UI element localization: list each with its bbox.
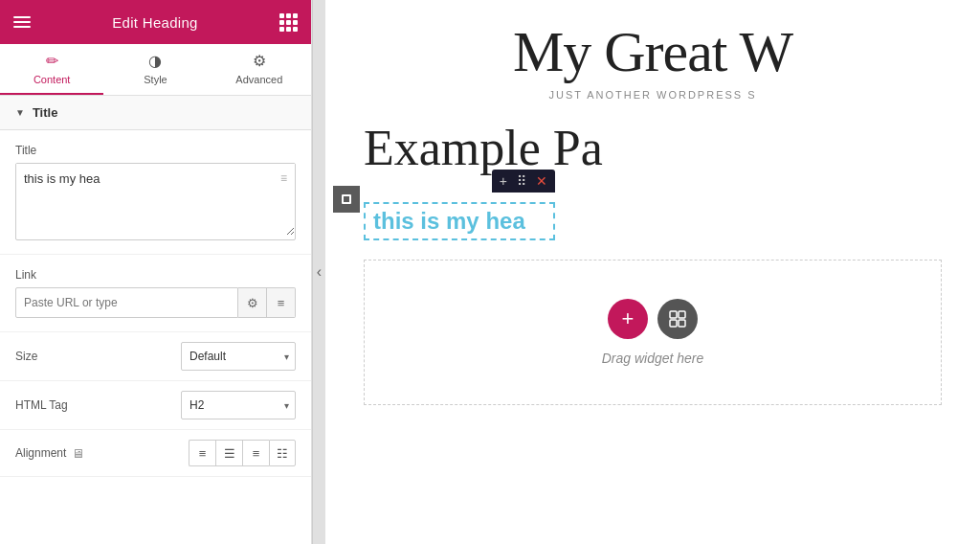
align-justify-button[interactable]: ☷ (269, 440, 296, 466)
size-select[interactable]: Default Small Medium Large XL XXL (181, 342, 296, 371)
tab-advanced[interactable]: ⚙ Advanced (208, 44, 311, 95)
drop-zone-label: Drag widget here (602, 351, 704, 366)
svg-rect-0 (670, 311, 677, 318)
align-right-button[interactable]: ≡ (242, 440, 269, 466)
page-preview: My Great W JUST ANOTHER WORDPRESS S Exam… (325, 0, 980, 544)
heading-widget[interactable]: + ⠿ ✕ this is my hea (364, 202, 555, 240)
advanced-tab-label: Advanced (235, 74, 282, 85)
panel-content: ▼ Title Title this is my hea ≡ Link ⚙ ≡ … (0, 96, 311, 544)
link-settings-button[interactable]: ⚙ (238, 287, 267, 318)
title-textarea-wrapper: this is my hea ≡ (15, 163, 296, 240)
align-center-button[interactable]: ☰ (215, 440, 242, 466)
html-tag-field-row: HTML Tag H1 H2 H3 H4 H5 H6 div span p ▾ (0, 381, 311, 430)
panel-header: Edit Heading (0, 0, 311, 44)
content-tab-icon: ✏ (46, 52, 58, 70)
widget-handle-icon (342, 194, 351, 204)
html-tag-select[interactable]: H1 H2 H3 H4 H5 H6 div span p (181, 391, 296, 419)
tab-style[interactable]: ◑ Style (103, 44, 207, 95)
html-tag-label: HTML Tag (15, 398, 181, 412)
drop-zone: + Drag widget here (364, 260, 942, 405)
responsive-monitor-icon: 🖥 (72, 446, 84, 461)
size-field-row: Size Default Small Medium Large XL XXL ▾ (0, 332, 311, 381)
html-tag-select-wrapper: H1 H2 H3 H4 H5 H6 div span p ▾ (181, 391, 296, 419)
align-left-button[interactable]: ≡ (189, 440, 215, 466)
section-collapse-arrow: ▼ (15, 107, 25, 118)
link-field-label: Link (15, 268, 296, 282)
svg-rect-1 (679, 311, 685, 318)
link-row: ⚙ ≡ (15, 287, 296, 318)
link-input[interactable] (15, 287, 238, 318)
alignment-label-text: Alignment (15, 446, 66, 460)
alignment-buttons: ≡ ☰ ≡ ☷ (189, 440, 296, 466)
heading-widget-text: this is my hea (373, 208, 525, 234)
title-field-group: Title this is my hea ≡ (0, 130, 311, 255)
site-subtitle: JUST ANOTHER WORDPRESS S (364, 89, 942, 101)
widget-handle[interactable] (333, 186, 360, 213)
apps-grid-icon[interactable] (279, 13, 298, 32)
editor-panel: Edit Heading ✏ Content ◑ Style ⚙ Advance… (0, 0, 312, 544)
page-title: Example Pa (364, 120, 942, 176)
dynamic-tag-icon[interactable]: ≡ (280, 171, 287, 185)
alignment-label: Alignment 🖥 (15, 446, 189, 461)
size-select-wrapper: Default Small Medium Large XL XXL ▾ (181, 342, 296, 371)
content-tab-label: Content (33, 74, 71, 85)
svg-rect-2 (670, 320, 677, 327)
site-header: My Great W JUST ANOTHER WORDPRESS S (325, 0, 980, 110)
hamburger-menu-icon[interactable] (13, 16, 31, 28)
link-field-group: Link ⚙ ≡ (0, 255, 311, 332)
widget-add-button[interactable]: + (500, 173, 507, 189)
drop-zone-actions: + (608, 299, 698, 339)
link-dynamic-button[interactable]: ≡ (267, 287, 296, 318)
panel-title: Edit Heading (112, 14, 198, 31)
tab-content[interactable]: ✏ Content (0, 44, 103, 95)
advanced-tab-icon: ⚙ (253, 52, 266, 70)
page-content-area: Example Pa + ⠿ ✕ this is my hea + (325, 110, 980, 434)
widget-library-button[interactable] (657, 299, 698, 339)
title-textarea[interactable]: this is my hea (16, 164, 295, 236)
svg-rect-3 (679, 320, 685, 327)
site-title: My Great W (364, 19, 942, 85)
style-tab-icon: ◑ (148, 52, 162, 70)
panel-tabs: ✏ Content ◑ Style ⚙ Advanced (0, 44, 311, 96)
panel-collapse-handle[interactable] (312, 0, 325, 544)
widget-toolbar: + ⠿ ✕ (492, 170, 555, 193)
widget-close-button[interactable]: ✕ (536, 173, 547, 189)
title-field-label: Title (15, 144, 296, 157)
add-widget-button[interactable]: + (608, 299, 648, 339)
title-section-header[interactable]: ▼ Title (0, 96, 311, 130)
title-section-label: Title (33, 105, 58, 120)
size-label: Size (15, 350, 181, 363)
alignment-field-row: Alignment 🖥 ≡ ☰ ≡ ☷ (0, 430, 311, 477)
widget-move-button[interactable]: ⠿ (517, 173, 526, 189)
style-tab-label: Style (144, 74, 167, 85)
